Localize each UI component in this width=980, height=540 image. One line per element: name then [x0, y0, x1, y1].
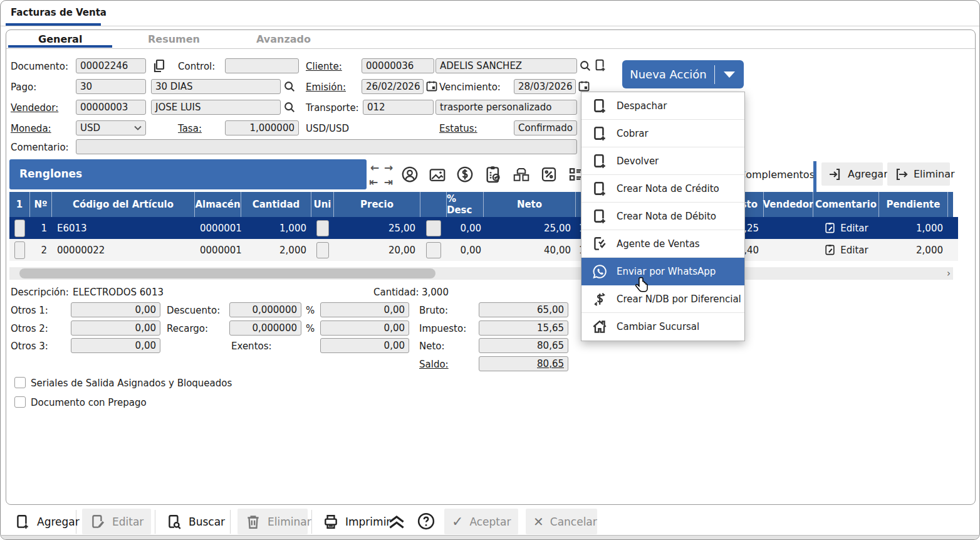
neto-cell[interactable]: 25,00 [484, 217, 576, 239]
column-header[interactable]: Neto [484, 192, 576, 217]
tab-resumen[interactable]: Resumen [148, 33, 200, 45]
saldo-field[interactable]: 80,65 [479, 356, 568, 371]
documento-field[interactable]: 00002246 [76, 58, 146, 73]
control-field[interactable] [225, 58, 299, 73]
cliente-name-field[interactable]: ADELIS SANCHEZ [435, 58, 577, 73]
recargo-monto-field[interactable]: 0,00 [320, 320, 409, 336]
agregar-button[interactable]: Agregar [7, 509, 87, 534]
almacen-cell[interactable]: 0000001 [195, 217, 241, 239]
cantidad-cell[interactable]: 1,000 [241, 217, 311, 239]
menu-item-crear-nota-debito[interactable]: Crear Nota de Débito [581, 203, 744, 230]
customer-icon[interactable] [400, 165, 419, 184]
descuento-pct-field[interactable]: 0,000000 [229, 302, 301, 317]
add-row-button[interactable]: Agregar [821, 162, 883, 186]
help-icon[interactable] [417, 512, 435, 531]
percent-icon[interactable] [540, 165, 558, 184]
calendar-icon[interactable] [425, 80, 438, 92]
emision-label[interactable]: Emisión: [306, 82, 346, 93]
exentos-field[interactable]: 0,00 [320, 338, 409, 353]
column-header[interactable] [420, 192, 447, 217]
row-num-cell[interactable]: 1 [30, 217, 52, 239]
column-header[interactable] [948, 192, 953, 217]
copy-icon[interactable] [151, 58, 166, 73]
tasa-label[interactable]: Tasa: [178, 123, 202, 134]
pago-name-field[interactable]: 30 DIAS [151, 79, 281, 94]
column-header[interactable]: % Desc [447, 192, 484, 217]
detail-button[interactable] [426, 220, 441, 236]
column-header[interactable]: Nº [30, 192, 52, 217]
transporte-code-field[interactable]: 012 [363, 100, 434, 115]
uni-button[interactable] [316, 220, 329, 236]
prepago-checkbox[interactable] [14, 396, 26, 408]
cliente-code-field[interactable]: 00000036 [362, 58, 434, 73]
neto-field[interactable]: 80,65 [479, 338, 568, 353]
otros1-field[interactable]: 0,00 [71, 302, 160, 317]
uni-cell[interactable] [311, 239, 334, 261]
precio-cell[interactable]: 20,00 [334, 239, 420, 261]
first-arrow-icon[interactable]: ⇤ [369, 177, 378, 188]
precio-cell[interactable]: 25,00 [334, 217, 420, 239]
cantidad-cell[interactable]: 2,000 [241, 239, 311, 261]
menu-item-crear-ndb-diferencial[interactable]: Crear N/DB por Diferencial [581, 285, 744, 313]
image-icon[interactable] [428, 166, 447, 184]
price-icon[interactable] [456, 165, 474, 184]
row-select-cell[interactable] [9, 217, 30, 239]
detail-button[interactable] [426, 242, 441, 258]
almacen-cell[interactable]: 0000001 [195, 239, 241, 261]
seriales-checkbox[interactable] [14, 377, 26, 388]
column-header[interactable]: Vendedor [764, 192, 813, 217]
otros3-field[interactable]: 0,00 [71, 338, 160, 353]
menu-item-enviar-whatsapp[interactable]: Enviar por WhatsApp [581, 258, 744, 285]
saldo-label[interactable]: Saldo: [419, 359, 449, 370]
new-client-icon[interactable] [593, 58, 607, 72]
row-select-button[interactable] [14, 241, 25, 259]
uni-cell[interactable] [311, 217, 334, 239]
row-select-cell[interactable] [9, 239, 30, 261]
vendedor-name-field[interactable]: JOSE LUIS [151, 100, 281, 115]
detail-cell[interactable] [420, 217, 447, 239]
column-header[interactable]: Almacén [195, 192, 241, 217]
emision-field[interactable]: 26/02/2026 [362, 79, 424, 94]
buscar-button[interactable]: Buscar [159, 509, 232, 534]
moneda-label[interactable]: Moneda: [11, 123, 51, 134]
menu-item-despachar[interactable]: Despachar [581, 92, 744, 120]
comentario-field[interactable] [76, 139, 577, 154]
impuesto-field[interactable]: 15,65 [479, 320, 568, 336]
menu-item-cobrar[interactable]: Cobrar [581, 120, 744, 147]
vendedor-cell[interactable] [764, 217, 813, 239]
cancelar-button[interactable]: ✕ Cancelar [526, 509, 597, 534]
eliminar-button[interactable]: Eliminar [237, 509, 308, 534]
stock-icon[interactable] [512, 166, 531, 184]
prepago-checkbox-label[interactable]: Documento con Prepago [31, 397, 147, 408]
prev-arrow-icon[interactable]: ← [370, 162, 379, 173]
codigo-cell[interactable]: E6013 [52, 217, 195, 239]
search-icon[interactable] [283, 80, 296, 93]
recargo-pct-field[interactable]: 0,000000 [229, 320, 301, 336]
vendedor-cell[interactable] [764, 239, 813, 261]
horizontal-scrollbar[interactable] [9, 267, 953, 280]
pago-code-field[interactable]: 30 [76, 79, 146, 94]
scrollbar-thumb[interactable] [19, 268, 435, 278]
desc-cell[interactable]: 0,00 [447, 239, 484, 261]
editar-button[interactable]: Editar [82, 509, 151, 534]
estatus-field[interactable]: Confirmado [514, 120, 577, 135]
pendiente-cell[interactable]: 2,000 [879, 239, 948, 261]
bruto-field[interactable]: 65,00 [479, 302, 568, 317]
pendiente-cell[interactable]: 1,000 [879, 217, 948, 239]
menu-item-agente-ventas[interactable]: Agente de Ventas [581, 230, 744, 258]
next-arrow-icon[interactable]: → [384, 162, 393, 173]
transporte-name-field[interactable]: trasporte personalizado [435, 100, 577, 115]
calendar-icon[interactable] [578, 80, 590, 92]
column-header[interactable]: Cantidad [241, 192, 311, 217]
seriales-checkbox-label[interactable]: Seriales de Salida Asignados y Bloqueado… [31, 378, 232, 389]
delete-row-button[interactable]: Eliminar [887, 162, 950, 186]
neto-cell[interactable]: 40,00 [484, 239, 576, 261]
menu-item-devolver[interactable]: Devolver [581, 147, 744, 175]
vendedor-code-field[interactable]: 00000003 [76, 100, 146, 115]
last-arrow-icon[interactable]: ⇥ [384, 177, 393, 188]
cliente-label[interactable]: Cliente: [306, 61, 342, 72]
column-header[interactable]: Comentario [813, 192, 879, 217]
comentario-edit-button[interactable]: Editar [813, 239, 879, 261]
collapse-toolbar-icon[interactable] [387, 513, 407, 531]
column-header[interactable]: Uni [311, 192, 334, 217]
